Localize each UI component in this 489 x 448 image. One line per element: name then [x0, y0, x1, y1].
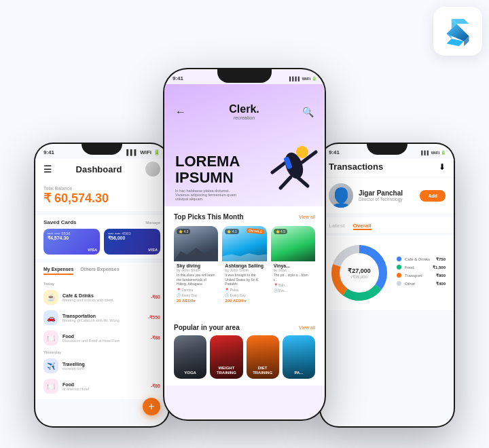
clerk-logo: Clerk.: [229, 103, 259, 115]
tab-others-expenses[interactable]: Others Expenses: [80, 267, 119, 275]
donut-chart: ₹27,000 /₹35,000: [329, 242, 390, 303]
saved-cards-title: Saved Cards: [43, 219, 76, 225]
skydiving-desc: In this class you will learn the fandame…: [177, 273, 215, 286]
dashboard-header: ☰ Dashboard: [35, 159, 168, 181]
time-center: 9:41: [173, 75, 183, 81]
card-2[interactable]: •••• •••• 4583 ₹56,000 VISA: [104, 229, 160, 255]
user-avatar-right: 👤: [329, 183, 353, 208]
dashboard-title: Dashboard: [76, 164, 122, 174]
sailing-schedule: 🕐 Every Day: [225, 293, 264, 297]
rating-skydiving: ⭐ 4.3: [177, 229, 190, 234]
card-balance-2: ₹56,000: [108, 236, 156, 241]
popular-weight[interactable]: WEIGHTTRAINING: [210, 335, 242, 379]
menu-icon[interactable]: ☰: [43, 164, 52, 174]
yoga-label: YOGA: [177, 371, 204, 375]
manage-link[interactable]: Manage: [145, 221, 160, 225]
activity-card-sailing[interactable]: ⭐ 4.1 ON SALE Ashtanga Sailing by John S…: [222, 226, 266, 305]
clerk-nav: ← Clerk. recreation 🔍: [164, 84, 325, 126]
hero-headline: LOREMAIPSUMN: [175, 153, 240, 186]
legend-value-transport: ₹900: [436, 273, 446, 278]
svg-line-7: [272, 162, 286, 172]
expense-info-transport: Transportation Meeting @CafeLoft with Mr…: [62, 314, 144, 322]
balance-card: Total Balance ₹ 60,574.30: [35, 181, 168, 211]
activity-card-vinyasa[interactable]: ⭐ 4.5 Vinya... by John... The po... styl…: [271, 226, 315, 305]
popular-diet[interactable]: DIETTRAINING: [247, 335, 279, 379]
activity-img-sailing: ⭐ 4.1 ON SALE: [222, 226, 266, 261]
expense-icon-transport: 🚗: [43, 310, 58, 325]
svg-marker-2: [447, 24, 469, 41]
activity-cards: ⭐ 4.3 Sky diving by John Smith In this c…: [174, 226, 315, 305]
transactions-screen: 9:41 ▌▌▌ WiFi 🔋 Transactions ⬇ 👤 Jigar P…: [321, 144, 454, 426]
sailing-loc: 📍 Palau: [225, 288, 264, 292]
activity-img-skydiving: ⭐ 4.3: [174, 226, 218, 261]
activity-card-skydiving[interactable]: ⭐ 4.3 Sky diving by John Smith In this c…: [174, 226, 218, 305]
status-icons-right: ▌▌▌ WiFi 🔋: [421, 150, 446, 155]
today-label: Today: [41, 280, 163, 287]
donut-section: ₹27,000 /₹35,000 Cafe & Drinks ₹750 Food…: [321, 236, 454, 310]
weight-label: WEIGHTTRAINING: [213, 366, 240, 375]
flutter-logo: [433, 7, 482, 56]
vinyasa-schedule: 🕐 Eve...: [274, 288, 312, 293]
diver-figure: [267, 128, 321, 203]
clerk-logo-block: Clerk. recreation: [229, 103, 259, 120]
legend-transport: Transport ₹900: [397, 273, 446, 278]
tab-my-expenses[interactable]: My Expenses: [43, 267, 73, 275]
palau-label: PA...: [285, 371, 312, 375]
user-info: Jigar Panchal Director of Technology: [359, 189, 414, 202]
expense-food-yesterday: 🍽️ Food at Marriott Hotel -₹89: [41, 376, 163, 396]
visa-badge-2: VISA: [148, 248, 158, 252]
tab-overall[interactable]: Overall: [353, 223, 372, 230]
top-picks-title: Top Picks This Month: [174, 213, 244, 221]
activity-img-vinyasa: ⭐ 4.5: [271, 226, 315, 261]
expense-tabs: My Expenses Others Expenses: [35, 263, 168, 277]
top-picks-header: Top Picks This Month View all: [174, 213, 315, 221]
legend-other: Other ₹400: [397, 281, 446, 286]
view-all-picks[interactable]: View all: [299, 214, 315, 219]
transactions-header: Transactions ⬇: [321, 159, 454, 177]
phones-container: 9:41 ▌▌▌ WiFi 🔋 ☰ Dashboard Total Balanc…: [7, 14, 482, 448]
view-all-popular[interactable]: View all: [299, 325, 315, 330]
search-icon[interactable]: 🔍: [302, 107, 314, 117]
popular-header: Popular in your area View all: [174, 324, 315, 331]
popular-title: Popular in your area: [174, 324, 240, 331]
expense-travel: ✈️ Travelling traveled form: [41, 356, 163, 376]
legend-label-transport: Transport: [405, 274, 433, 278]
card-1[interactable]: •••• •••• 5536 ₹4,574.30 VISA: [43, 229, 100, 255]
tab-latest[interactable]: Latest: [329, 223, 345, 230]
expense-food-today: 🍽️ Food Discussion and Food at Hotel Fem…: [41, 328, 163, 348]
card-balance-1: ₹4,574.30: [48, 236, 96, 241]
download-icon[interactable]: ⬇: [439, 162, 446, 172]
status-icons-left: ▌▌▌ WiFi 🔋: [126, 149, 160, 155]
legend-dot-other: [397, 281, 401, 286]
clerk-sub: recreation: [229, 115, 259, 120]
legend-food: Food ₹1,500: [397, 265, 446, 269]
sailing-author: by John Smith: [225, 268, 264, 272]
fab-add-button[interactable]: +: [143, 398, 160, 415]
phone-left: 9:41 ▌▌▌ WiFi 🔋 ☰ Dashboard Total Balanc…: [34, 143, 170, 428]
popular-palau[interactable]: PA...: [283, 335, 315, 379]
legend-dot-transport: [397, 273, 401, 278]
avatar-icon: 👤: [329, 189, 353, 208]
skydiving-price: 20 AED/hr: [177, 299, 215, 303]
saved-cards-header: Saved Cards Manage: [43, 219, 160, 225]
on-sale-badge: ON SALE: [246, 228, 264, 234]
legend-label-other: Other: [405, 282, 433, 286]
legend-cafe: Cafe & Drinks ₹750: [397, 257, 446, 261]
legend-label-cafe: Cafe & Drinks: [405, 257, 433, 261]
legend-dot-cafe: [397, 257, 401, 261]
popular-yoga[interactable]: YOGA: [174, 335, 206, 379]
user-job-title: Director of Technology: [359, 197, 414, 202]
vinyasa-desc: The po... style o... from t...: [274, 273, 312, 282]
balance-amount: ₹ 60,574.30: [43, 191, 160, 206]
chart-legend: Cafe & Drinks ₹750 Food ₹1,500 Transport…: [397, 257, 446, 289]
add-button[interactable]: Add: [420, 190, 446, 202]
popular-section: Popular in your area View all YOGA WEIGH…: [164, 318, 325, 386]
back-button[interactable]: ←: [175, 106, 186, 118]
balance-label: Total Balance: [43, 186, 160, 191]
vinyasa-info: Vinya... by John... The po... style o...…: [271, 261, 315, 295]
sailing-price: 200 AED/hr: [225, 299, 264, 303]
legend-value-other: ₹400: [436, 281, 446, 286]
skydiving-loc: 📍 Zambia: [177, 288, 215, 292]
notch-right: [367, 144, 408, 155]
expense-info-travel: Travelling traveled form: [62, 362, 156, 371]
